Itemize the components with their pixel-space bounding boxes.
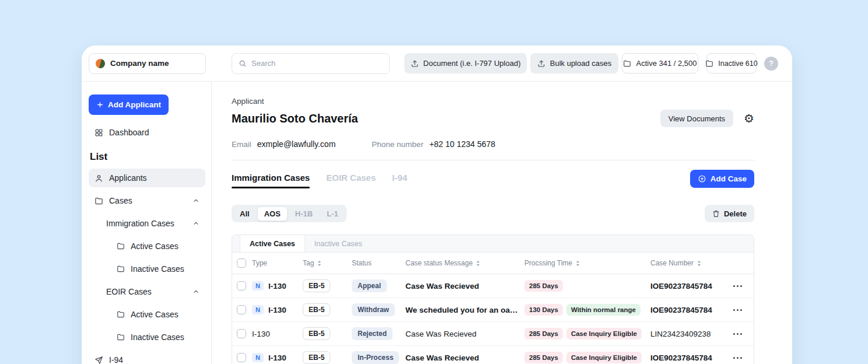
add-case-label: Add Case: [710, 174, 747, 183]
sidebar-item-eoir-inactive-cases[interactable]: Inactive Cases: [89, 328, 205, 346]
company-selector[interactable]: Company name: [89, 53, 206, 74]
send-icon: [94, 356, 103, 364]
plus-icon: [96, 101, 104, 108]
case-number: IOE90237845784: [650, 354, 730, 362]
row-checkbox[interactable]: [237, 329, 246, 338]
main-content: Applicant Maurilio Soto Chavería View Do…: [212, 82, 792, 364]
inactive-cases-counter[interactable]: Inactive 610: [706, 53, 757, 74]
row-menu-icon[interactable]: [730, 309, 754, 311]
document-upload-label: Document (i.e. I-797 Upload): [424, 59, 521, 68]
select-all-checkbox[interactable]: [237, 258, 246, 268]
sidebar-item-immigration-inactive-cases[interactable]: Inactive Cases: [89, 260, 205, 278]
processing-days-chip: 285 Days: [524, 352, 563, 363]
sidebar-item-cases[interactable]: Cases: [89, 191, 205, 210]
folder-icon: [705, 60, 713, 68]
sort-icon: [475, 260, 481, 267]
chevron-up-icon[interactable]: [192, 220, 200, 227]
filter-l1[interactable]: L-1: [320, 207, 345, 220]
applicant-name: Maurilio Soto Chavería: [232, 112, 358, 125]
row-checkbox[interactable]: [237, 305, 246, 314]
section-divider: [232, 160, 754, 160]
table-row[interactable]: I-130 EB-5 Rejected Case Was Recieved 28…: [232, 322, 754, 346]
delete-button[interactable]: Delete: [705, 205, 754, 222]
folder-icon: [117, 333, 125, 341]
person-icon: [94, 174, 103, 183]
status-chip: Appeal: [352, 279, 387, 292]
filter-bar: All AOS H-1B L-1 Delete: [232, 205, 754, 222]
tab-i94[interactable]: I-94: [392, 173, 407, 188]
bulk-upload-button[interactable]: Bulk upload cases: [530, 53, 618, 74]
visa-type-filter: All AOS H-1B L-1: [232, 205, 346, 222]
new-badge: N: [252, 353, 264, 362]
trash-icon: [712, 210, 720, 218]
cases-table: Active Cases Inactive Cases Type Tag Sta…: [232, 235, 754, 364]
active-cases-counter[interactable]: Active 341 / 2,500: [622, 53, 698, 74]
inactive-counter-label: Inactive 610: [718, 60, 757, 68]
plus-circle-icon: [698, 174, 706, 183]
row-checkbox[interactable]: [237, 281, 246, 290]
table-header-row: Type Tag Status Case status Message Proc…: [232, 253, 754, 274]
search-box[interactable]: [232, 53, 390, 74]
new-badge: N: [252, 281, 264, 290]
chevron-up-icon[interactable]: [192, 197, 200, 204]
sidebar-item-eoir-cases[interactable]: EOIR Cases: [89, 282, 205, 301]
processing-status-chip: Within normal range: [566, 304, 640, 316]
col-header-time-label: Procssing Time: [524, 259, 572, 267]
applicants-label: Applicants: [109, 173, 147, 183]
case-number: IOE90237845784: [650, 282, 730, 290]
folder-icon: [117, 265, 125, 273]
filter-h1b[interactable]: H-1B: [289, 207, 319, 220]
row-menu-icon[interactable]: [730, 285, 754, 287]
cases-label: Cases: [109, 196, 132, 205]
col-header-time[interactable]: Procssing Time: [524, 259, 650, 267]
filter-all[interactable]: All: [233, 207, 256, 220]
table-tab-inactive-cases[interactable]: Inactive Cases: [305, 235, 372, 252]
eoir-cases-label: EOIR Cases: [106, 287, 152, 296]
col-header-status[interactable]: Status: [352, 259, 405, 267]
tag-chip: EB-5: [303, 279, 330, 292]
col-header-message[interactable]: Case status Message: [405, 259, 524, 267]
chevron-up-icon[interactable]: [192, 288, 200, 295]
applicant-section-label: Applicant: [232, 97, 754, 106]
immigration-cases-label: Immigration Cases: [106, 219, 174, 228]
processing-days-chip: 285 Days: [524, 328, 563, 340]
search-input[interactable]: [251, 59, 383, 68]
table-row[interactable]: N I-130 EB-5 In-Process Case Was Recieve…: [232, 346, 754, 364]
sidebar-item-dashboard[interactable]: Dashboard: [89, 123, 205, 142]
row-menu-icon[interactable]: [730, 333, 754, 335]
sidebar: Add Applicant Dashboard List Applicants: [82, 82, 212, 364]
tab-immigration-cases[interactable]: Immigration Cases: [232, 173, 310, 188]
col-header-case-number[interactable]: Case Number: [650, 259, 730, 267]
settings-gear-icon[interactable]: ⚙: [744, 113, 754, 124]
sidebar-item-eoir-active-cases[interactable]: Active Cases: [89, 305, 205, 324]
filter-aos[interactable]: AOS: [257, 206, 288, 221]
document-upload-button[interactable]: Document (i.e. I-797 Upload): [404, 53, 527, 74]
add-applicant-button[interactable]: Add Applicant: [89, 94, 169, 115]
table-row[interactable]: N I-130 EB-5 Appeal Case Was Recieved 28…: [232, 274, 754, 298]
case-number: LIN23423409238: [650, 330, 730, 338]
sidebar-item-immigration-active-cases[interactable]: Active Cases: [89, 237, 205, 256]
case-type: I-130: [268, 306, 286, 314]
phone-label: Phone number: [372, 140, 424, 149]
col-header-tag[interactable]: Tag: [303, 259, 352, 267]
tab-eoir-cases[interactable]: EOIR Cases: [326, 173, 376, 188]
case-type: I-130: [268, 282, 286, 290]
table-tab-active-cases[interactable]: Active Cases: [240, 235, 305, 252]
case-status-message: Case Was Recieved: [405, 330, 524, 338]
table-row[interactable]: N I-130 EB-5 Withdraw We scheduled you f…: [232, 298, 754, 322]
folder-icon: [117, 310, 125, 318]
app-window: Company name Document (i.e. I-797 Upload…: [82, 46, 792, 364]
view-documents-button[interactable]: View Documents: [660, 110, 733, 127]
sidebar-item-applicants[interactable]: Applicants: [89, 169, 205, 187]
col-header-type[interactable]: Type: [252, 259, 303, 267]
col-header-message-label: Case status Message: [405, 259, 473, 267]
row-checkbox[interactable]: [237, 353, 246, 362]
processing-status-chip: Case Inquiry Eligible: [566, 328, 642, 340]
case-status-message: Case Was Recieved: [405, 354, 524, 362]
help-icon[interactable]: ?: [764, 57, 778, 71]
tag-chip: EB-5: [303, 327, 330, 340]
row-menu-icon[interactable]: [730, 357, 754, 359]
add-case-button[interactable]: Add Case: [690, 170, 754, 188]
sidebar-item-i94[interactable]: I-94: [89, 351, 205, 364]
sidebar-item-immigration-cases[interactable]: Immigration Cases: [89, 214, 205, 233]
